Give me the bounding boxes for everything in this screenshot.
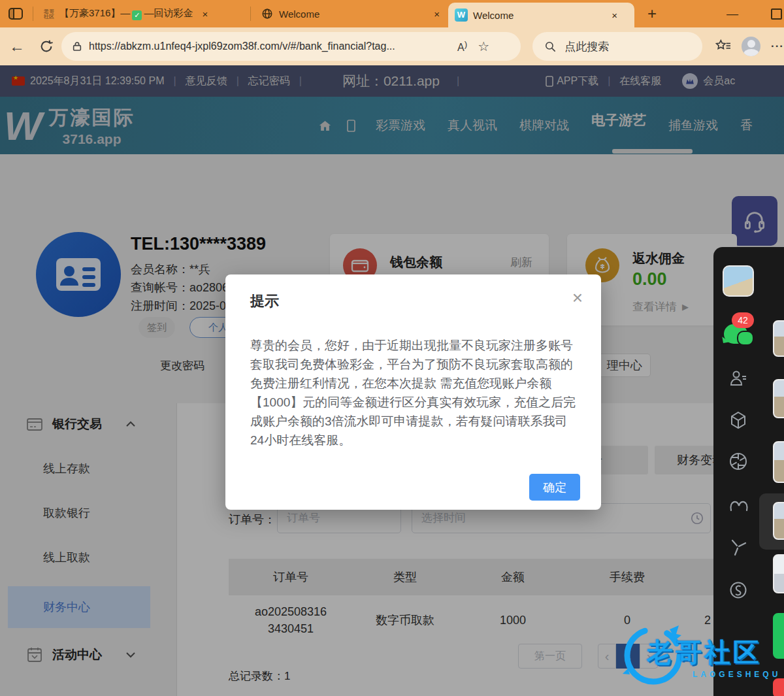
chat-thumbnail[interactable] <box>773 379 784 418</box>
favorites-list-icon[interactable] <box>715 39 731 54</box>
tab-divider <box>250 7 251 21</box>
contacts-icon[interactable] <box>728 368 748 388</box>
check-icon: ✓ <box>132 10 142 20</box>
workspaces-icon[interactable] <box>8 7 24 21</box>
chat-thumbnail-red[interactable] <box>773 678 784 696</box>
chat-thumbnail-selected[interactable] <box>773 502 784 540</box>
modal-close-icon[interactable]: × <box>572 288 583 308</box>
maximize-button[interactable] <box>771 8 782 20</box>
butterfly-icon[interactable] <box>728 495 748 515</box>
favorite-star-icon[interactable]: ☆ <box>478 39 489 54</box>
modal-title: 提示 <box>250 291 576 311</box>
globe-icon <box>261 8 273 20</box>
extension-side-panel: 42 <box>713 247 784 696</box>
browser-profile-avatar[interactable] <box>742 37 760 56</box>
spark-icon[interactable] <box>728 538 748 557</box>
chat-thumbnail[interactable] <box>773 320 784 357</box>
cube-icon[interactable] <box>728 410 748 430</box>
chat-thumbnail-green[interactable] <box>773 613 784 659</box>
address-bar[interactable]: https://abkzm.u1nfeq4-jxpl69zom38f.com/v… <box>61 32 521 61</box>
search-placeholder: 点此搜索 <box>564 39 609 54</box>
minimize-button[interactable]: — <box>727 7 738 21</box>
search-box[interactable]: 点此搜索 <box>532 32 702 61</box>
browser-tab-3-active[interactable]: W Welcome × <box>448 3 634 27</box>
modal-body-text: 尊贵的会员，您好，由于近期出现批量不良玩家注册多账号套取我司免费体验彩金，平台为… <box>250 336 576 450</box>
browser-tab-bar: 老哥社区 【万豪3716】—✓—回访彩金 × Welcome × W Welco… <box>0 0 784 27</box>
lock-icon <box>72 41 82 52</box>
tab3-title: Welcome <box>473 10 514 21</box>
tab1-title: 【万豪3716】—✓—回访彩金 <box>59 7 193 20</box>
w-logo-favicon: W <box>455 8 468 22</box>
chat-thumbnail[interactable] <box>773 441 784 483</box>
tab3-close-icon[interactable]: × <box>612 10 617 21</box>
new-tab-button[interactable]: + <box>647 5 657 23</box>
chat-thumbnail[interactable] <box>773 554 784 593</box>
notice-modal: 提示 × 尊贵的会员，您好，由于近期出现批量不良玩家注册多账号套取我司免费体验彩… <box>225 274 601 510</box>
browser-tab-2[interactable]: Welcome × <box>255 0 444 27</box>
browser-menu-icon[interactable]: ··· <box>771 40 784 53</box>
search-icon <box>544 41 557 53</box>
link-icon[interactable] <box>728 580 748 600</box>
panel-user-avatar[interactable] <box>723 265 754 297</box>
browser-toolbar: ← https://abkzm.u1nfeq4-jxpl69zom38f.com… <box>0 27 784 65</box>
webpage: 2025年8月31日 12:39:50 PM | 意见反馈 | 忘记密码 | 网… <box>0 65 784 696</box>
aperture-icon[interactable] <box>728 452 748 471</box>
screen: 老哥社区 【万豪3716】—✓—回访彩金 × Welcome × W Welco… <box>0 0 784 696</box>
refresh-button[interactable] <box>39 39 54 54</box>
tab1-favicon-icon: 老哥社区 <box>44 9 55 19</box>
url-text[interactable]: https://abkzm.u1nfeq4-jxpl69zom38f.com/v… <box>89 41 455 52</box>
tab-divider <box>33 7 33 21</box>
modal-ok-button[interactable]: 确定 <box>529 474 580 501</box>
tab2-close-icon[interactable]: × <box>434 8 440 20</box>
tab2-title: Welcome <box>279 8 319 20</box>
tab1-close-icon[interactable]: × <box>202 8 208 20</box>
back-button[interactable]: ← <box>9 37 25 56</box>
unread-badge: 42 <box>732 312 754 328</box>
browser-tab-1[interactable]: 老哥社区 【万豪3716】—✓—回访彩金 × <box>37 0 246 27</box>
read-aloud-icon[interactable]: A) <box>457 39 467 54</box>
